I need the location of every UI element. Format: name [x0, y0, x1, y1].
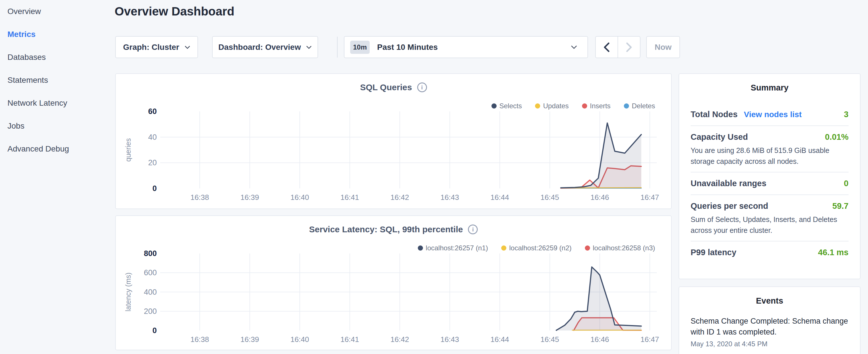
next-time-button[interactable]	[618, 37, 640, 58]
qps-value: 59.7	[833, 201, 848, 211]
svg-text:queries: queries	[124, 138, 132, 162]
graph-node-dropdown[interactable]: Graph: Cluster	[115, 36, 198, 58]
unavailable-ranges-value: 0	[844, 179, 848, 188]
svg-text:16:40: 16:40	[290, 335, 309, 344]
svg-text:16:45: 16:45	[540, 193, 559, 202]
svg-text:0: 0	[152, 184, 157, 193]
time-range-shortcut-badge: 10m	[350, 41, 370, 54]
svg-text:16:45: 16:45	[540, 335, 559, 344]
chart-card-sql-queries: SQL Queries i Selects Updates Inserts De…	[115, 73, 672, 209]
metrics-page: Overview Metrics Databases Statements Ne…	[0, 0, 868, 354]
summary-row-qps: Queries per second 59.7	[691, 195, 848, 217]
svg-text:16:38: 16:38	[190, 335, 209, 344]
graph-dropdown-label: Graph: Cluster	[123, 43, 179, 52]
total-nodes-value: 3	[844, 110, 848, 119]
summary-panel: Summary Total Nodes View nodes list 3 Ca…	[679, 73, 861, 279]
time-window-label: Past 10 Minutes	[377, 43, 438, 52]
chevron-down-icon	[185, 45, 190, 49]
svg-text:16:46: 16:46	[590, 335, 609, 344]
svg-text:16:42: 16:42	[390, 335, 409, 344]
summary-row-p99-latency: P99 latency 46.1 ms	[691, 242, 848, 263]
svg-text:16:42: 16:42	[390, 193, 409, 202]
sidebar-item-databases[interactable]: Databases	[7, 53, 115, 62]
p99-latency-value: 46.1 ms	[818, 248, 848, 257]
events-panel: Events Schema Change Completed: Schema c…	[679, 286, 861, 354]
event-timestamp: May 13, 2020 at 4:45 PM	[691, 340, 848, 348]
svg-text:16:41: 16:41	[340, 335, 359, 344]
time-step-buttons	[595, 36, 641, 58]
svg-text:0: 0	[152, 326, 157, 335]
svg-text:600: 600	[144, 268, 157, 277]
chevron-down-icon	[306, 45, 312, 49]
svg-text:20: 20	[148, 158, 157, 167]
page-title: Overview Dashboard	[115, 5, 235, 18]
now-button[interactable]: Now	[646, 36, 680, 58]
svg-text:16:44: 16:44	[490, 335, 509, 344]
svg-text:16:38: 16:38	[190, 193, 209, 202]
svg-text:800: 800	[144, 249, 157, 258]
svg-text:16:39: 16:39	[241, 335, 259, 344]
summary-row-total-nodes: Total Nodes View nodes list 3	[691, 103, 848, 125]
view-nodes-link[interactable]: View nodes list	[744, 110, 802, 119]
capacity-used-value: 0.01%	[825, 132, 848, 142]
chart-card-service-latency: Service Latency: SQL, 99th percentile i …	[115, 215, 672, 350]
qps-note: Sum of Selects, Updates, Inserts, and De…	[691, 214, 848, 236]
controls-divider	[337, 37, 338, 58]
prev-time-button[interactable]	[596, 37, 618, 58]
svg-text:16:44: 16:44	[490, 193, 509, 202]
sidebar-item-advanced-debug[interactable]: Advanced Debug	[7, 144, 115, 154]
events-title: Events	[691, 287, 848, 305]
sql-queries-chart[interactable]: 16:3816:3916:4016:4116:4216:4316:4416:45…	[116, 74, 671, 208]
sidebar-item-overview[interactable]: Overview	[7, 7, 115, 16]
svg-text:16:41: 16:41	[340, 193, 359, 202]
sidebar: Overview Metrics Databases Statements Ne…	[0, 0, 115, 354]
chevron-left-icon	[603, 42, 610, 52]
dashboard-dropdown-label: Dashboard: Overview	[218, 43, 301, 52]
capacity-used-note: You are using 28.6 MiB of 515.9 GiB usab…	[691, 145, 848, 167]
svg-text:16:40: 16:40	[290, 193, 309, 202]
service-latency-chart[interactable]: 16:3816:3916:4016:4116:4216:4316:4416:45…	[116, 216, 671, 350]
svg-text:200: 200	[144, 307, 157, 316]
svg-text:16:43: 16:43	[440, 193, 459, 202]
chevron-right-icon	[626, 42, 632, 52]
svg-text:latency (ms): latency (ms)	[124, 272, 132, 311]
chevron-down-icon	[571, 45, 577, 49]
sidebar-item-statements[interactable]: Statements	[7, 75, 115, 85]
svg-text:60: 60	[148, 107, 157, 116]
svg-text:40: 40	[148, 133, 157, 141]
time-window-dropdown[interactable]: 10m Past 10 Minutes	[344, 36, 588, 58]
svg-text:16:43: 16:43	[440, 335, 459, 344]
dashboard-dropdown[interactable]: Dashboard: Overview	[212, 36, 318, 58]
svg-text:16:39: 16:39	[241, 193, 259, 202]
summary-title: Summary	[691, 74, 848, 93]
svg-text:400: 400	[144, 288, 157, 296]
svg-text:16:47: 16:47	[641, 335, 659, 344]
event-message[interactable]: Schema Change Completed: Schema change w…	[691, 316, 848, 338]
summary-row-capacity-used: Capacity Used 0.01%	[691, 126, 848, 148]
svg-text:16:47: 16:47	[641, 193, 659, 202]
sidebar-item-network-latency[interactable]: Network Latency	[7, 99, 115, 108]
sidebar-item-metrics[interactable]: Metrics	[7, 30, 115, 39]
sidebar-item-jobs[interactable]: Jobs	[7, 122, 115, 131]
svg-text:16:46: 16:46	[590, 193, 609, 202]
summary-row-unavailable-ranges: Unavailable ranges 0	[691, 172, 848, 194]
